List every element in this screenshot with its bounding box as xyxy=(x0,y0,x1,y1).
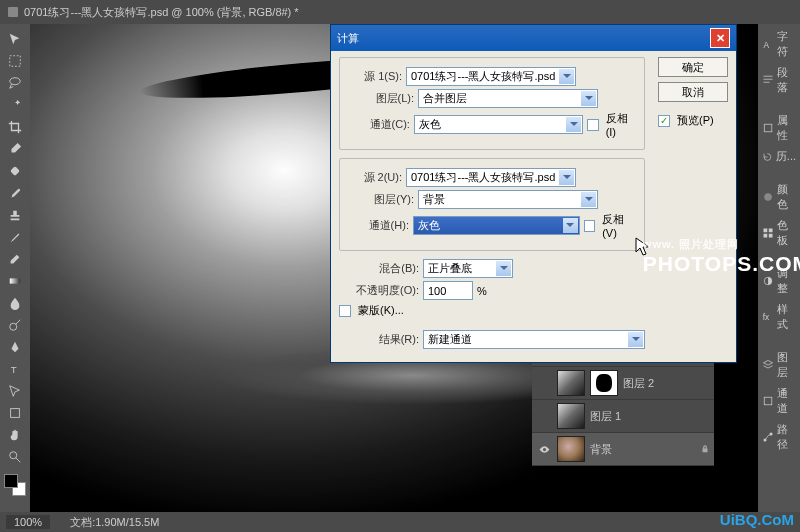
panel-paragraph[interactable]: 段落 xyxy=(758,62,800,98)
source2-file-select[interactable]: 0701练习---黑人女孩特写.psd xyxy=(406,168,576,187)
source1-invert-label: 反相(I) xyxy=(606,111,636,138)
svg-rect-16 xyxy=(764,397,772,405)
svg-text:A: A xyxy=(764,40,770,50)
layer-thumb[interactable] xyxy=(557,436,585,462)
blend-select[interactable]: 正片叠底 xyxy=(423,259,513,278)
source1-layer-select[interactable]: 合并图层 xyxy=(418,89,598,108)
document-title: 0701练习---黑人女孩特写.psd @ 100% (背景, RGB/8#) … xyxy=(24,5,299,20)
panel-styles[interactable]: fx样式 xyxy=(758,299,800,335)
source1-channel-label: 通道(C): xyxy=(348,117,410,132)
zoom-level[interactable]: 100% xyxy=(6,515,50,529)
source1-label: 源 1(S): xyxy=(348,69,402,84)
shape-tool[interactable] xyxy=(4,403,26,423)
svg-rect-10 xyxy=(764,228,768,232)
visibility-icon[interactable] xyxy=(536,441,552,457)
eyedropper-tool[interactable] xyxy=(4,139,26,159)
blur-tool[interactable] xyxy=(4,293,26,313)
layer-thumb[interactable] xyxy=(557,370,585,396)
svg-text:T: T xyxy=(11,364,17,375)
source2-layer-select[interactable]: 背景 xyxy=(418,190,598,209)
panel-channels[interactable]: 通道 xyxy=(758,383,800,419)
move-tool[interactable] xyxy=(4,29,26,49)
source1-group: 源 1(S): 0701练习---黑人女孩特写.psd 图层(L): 合并图层 … xyxy=(339,57,645,150)
panel-character[interactable]: A字符 xyxy=(758,26,800,62)
type-tool[interactable]: T xyxy=(4,359,26,379)
svg-point-9 xyxy=(764,193,772,201)
dodge-tool[interactable] xyxy=(4,315,26,335)
dialog-title-bar[interactable]: 计算 ✕ xyxy=(331,25,736,51)
panel-history[interactable]: 历... xyxy=(758,146,800,167)
history-brush-tool[interactable] xyxy=(4,227,26,247)
svg-rect-11 xyxy=(769,228,773,232)
chevron-down-icon xyxy=(563,218,578,233)
svg-rect-13 xyxy=(769,234,773,238)
layer-thumb[interactable] xyxy=(557,403,585,429)
layer-row[interactable]: 背景 xyxy=(532,433,714,466)
source2-group: 源 2(U): 0701练习---黑人女孩特写.psd 图层(Y): 背景 通道… xyxy=(339,158,645,251)
source1-channel-select[interactable]: 灰色 xyxy=(414,115,583,134)
lock-icon xyxy=(700,444,710,454)
tools-panel: T xyxy=(0,24,30,512)
chevron-down-icon xyxy=(628,332,643,347)
hand-tool[interactable] xyxy=(4,425,26,445)
source1-file-select[interactable]: 0701练习---黑人女孩特写.psd xyxy=(406,67,576,86)
eraser-tool[interactable] xyxy=(4,249,26,269)
chevron-down-icon xyxy=(566,117,581,132)
source2-channel-label: 通道(H): xyxy=(348,218,409,233)
mask-label: 蒙版(K)... xyxy=(358,303,404,318)
svg-rect-0 xyxy=(10,56,21,67)
mask-checkbox[interactable] xyxy=(339,305,351,317)
color-swatches[interactable] xyxy=(4,474,26,496)
calculations-dialog: 计算 ✕ 源 1(S): 0701练习---黑人女孩特写.psd 图层(L): … xyxy=(330,24,737,363)
close-icon[interactable]: ✕ xyxy=(710,28,730,48)
marquee-tool[interactable] xyxy=(4,51,26,71)
panel-paths[interactable]: 路径 xyxy=(758,419,800,455)
panel-adjustments[interactable]: 调整 xyxy=(758,263,800,299)
panel-swatches[interactable]: 色板 xyxy=(758,215,800,251)
svg-rect-1 xyxy=(10,166,20,176)
panel-color[interactable]: 颜色 xyxy=(758,179,800,215)
wand-tool[interactable] xyxy=(4,95,26,115)
cancel-button[interactable]: 取消 xyxy=(658,82,728,102)
blend-label: 混合(B): xyxy=(359,261,419,276)
preview-checkbox[interactable] xyxy=(658,115,670,127)
layer-row[interactable]: 图层 2 xyxy=(532,367,714,400)
panel-properties[interactable]: 属性 xyxy=(758,110,800,146)
stamp-tool[interactable] xyxy=(4,205,26,225)
svg-text:fx: fx xyxy=(763,312,770,322)
source2-invert-checkbox[interactable] xyxy=(584,220,595,232)
source2-label: 源 2(U): xyxy=(348,170,402,185)
result-select[interactable]: 新建通道 xyxy=(423,330,645,349)
layer-row[interactable]: 图层 1 xyxy=(532,400,714,433)
zoom-tool[interactable] xyxy=(4,447,26,467)
source2-channel-select[interactable]: 灰色 xyxy=(413,216,580,235)
source1-invert-checkbox[interactable] xyxy=(587,119,598,131)
status-bar: 100% 文档:1.90M/15.5M xyxy=(0,512,800,532)
result-label: 结果(R): xyxy=(359,332,419,347)
chevron-down-icon xyxy=(559,170,574,185)
crop-tool[interactable] xyxy=(4,117,26,137)
path-tool[interactable] xyxy=(4,381,26,401)
visibility-icon[interactable] xyxy=(536,375,552,391)
brush-tool[interactable] xyxy=(4,183,26,203)
pen-tool[interactable] xyxy=(4,337,26,357)
heal-tool[interactable] xyxy=(4,161,26,181)
layer-name: 图层 1 xyxy=(590,409,621,424)
layer-name: 图层 2 xyxy=(623,376,654,391)
source2-layer-label: 图层(Y): xyxy=(348,192,414,207)
foreground-color[interactable] xyxy=(4,474,18,488)
opacity-label: 不透明度(O): xyxy=(339,283,419,298)
svg-rect-12 xyxy=(764,234,768,238)
svg-rect-8 xyxy=(764,124,772,132)
chevron-down-icon xyxy=(496,261,511,276)
doc-size: 文档:1.90M/15.5M xyxy=(70,515,159,530)
layer-mask-thumb[interactable] xyxy=(590,370,618,396)
ok-button[interactable]: 确定 xyxy=(658,57,728,77)
panel-layers[interactable]: 图层 xyxy=(758,347,800,383)
opacity-input[interactable]: 100 xyxy=(423,281,473,300)
tab-close-icon[interactable] xyxy=(8,7,18,17)
source1-layer-label: 图层(L): xyxy=(348,91,414,106)
gradient-tool[interactable] xyxy=(4,271,26,291)
lasso-tool[interactable] xyxy=(4,73,26,93)
visibility-icon[interactable] xyxy=(536,408,552,424)
